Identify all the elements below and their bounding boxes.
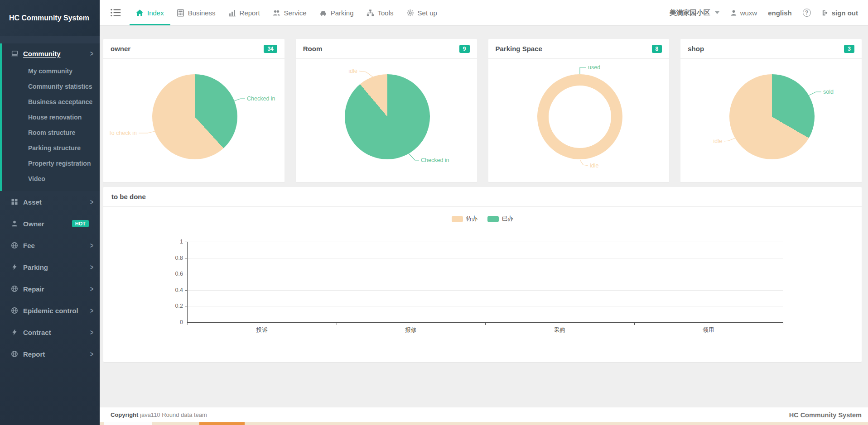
sidebar-subitem-room-structure[interactable]: Room structure (2, 125, 100, 140)
pie-shop[interactable] (729, 74, 815, 159)
community-selector[interactable]: 美满家园小区 (670, 9, 719, 17)
legend-item-done[interactable]: 已办 (487, 215, 513, 223)
chevron-right-icon: > (90, 349, 93, 358)
count-badge: 8 (652, 45, 662, 53)
user-icon (11, 220, 18, 227)
sidebar-item-label: Repair (23, 285, 44, 293)
tab-business[interactable]: Business (170, 0, 222, 25)
sign-out-icon (822, 10, 829, 16)
x-axis-category: 领用 (634, 326, 783, 334)
tab-label: Index (147, 9, 164, 17)
sidebar-item-contract[interactable]: Contract > (0, 321, 100, 343)
sidebar-item-parking[interactable]: Parking > (0, 256, 100, 278)
username: wuxw (740, 9, 757, 17)
users-icon (273, 9, 280, 17)
card-title: owner (111, 45, 130, 53)
sidebar-subitem-house-renovation[interactable]: House renovation (2, 110, 100, 125)
owner-pie-chart: Checked in To check in (103, 59, 285, 182)
sidebar-item-asset[interactable]: Asset > (0, 191, 100, 213)
sidebar-item-label: Community (23, 50, 61, 57)
x-axis-category: 报修 (337, 326, 486, 334)
tab-set-up[interactable]: Set up (400, 0, 444, 25)
sidebar-item-label: Epidemic control (23, 307, 78, 315)
sidebar-item-owner[interactable]: Owner HOT (0, 213, 100, 234)
user-icon (730, 10, 737, 16)
todo-panel-header: to be done (103, 187, 862, 207)
x-axis-category: 投诉 (188, 326, 337, 334)
sidebar-item-community[interactable]: Community > (2, 43, 100, 63)
sidebar-subitem-my-community[interactable]: My community (2, 63, 100, 79)
card-parking-space: Parking Space 8 used idle (488, 39, 670, 182)
chart-legend: 待办 已办 (452, 215, 513, 223)
pie-label-idle: idle (590, 162, 599, 169)
chevron-right-icon: > (90, 49, 93, 58)
user-menu[interactable]: wuxw (730, 9, 757, 17)
tab-tools[interactable]: Tools (360, 0, 400, 25)
bolt-icon (11, 263, 18, 271)
tab-label: Parking (331, 9, 354, 17)
chevron-right-icon: > (90, 284, 93, 293)
legend-swatch-done (487, 216, 499, 222)
y-axis-tick-label: 1 (180, 239, 183, 245)
pie-room[interactable] (345, 74, 430, 159)
y-axis-tick-label: 0.2 (175, 303, 183, 309)
community-submenu: My community Community statistics Busine… (2, 63, 100, 186)
donut-parking[interactable] (537, 74, 622, 159)
globe-icon (11, 307, 18, 314)
sidebar-subitem-parking-structure[interactable]: Parking structure (2, 140, 100, 156)
sidebar-subitem-community-statistics[interactable]: Community statistics (2, 79, 100, 94)
card-shop: shop 3 sold idle (680, 39, 862, 182)
caret-down-icon (715, 11, 719, 14)
globe-icon (11, 350, 18, 358)
tab-label: Set up (418, 9, 437, 17)
card-owner: owner 34 Checked in To check in (103, 39, 285, 182)
pie-label-sold: sold (823, 89, 834, 95)
y-axis-tick-label: 0 (180, 319, 183, 325)
chevron-right-icon: > (90, 328, 93, 337)
tab-label: Tools (378, 9, 394, 17)
tab-report[interactable]: Report (222, 0, 266, 25)
card-owner-header: owner 34 (103, 39, 285, 59)
pie-label-idle: idle (348, 68, 357, 74)
chevron-right-icon: > (90, 241, 93, 250)
x-axis-category: 采购 (485, 326, 634, 334)
legend-item-pending[interactable]: 待办 (452, 215, 477, 223)
menu-toggle-icon[interactable] (111, 8, 121, 17)
sidebar-subitem-video[interactable]: Video (2, 171, 100, 186)
sidebar-item-label: Fee (23, 242, 35, 249)
language-switcher[interactable]: english (768, 9, 792, 17)
sign-out-button[interactable]: sign out (822, 9, 858, 17)
room-pie-chart: idle Checked in (296, 59, 477, 182)
pie-label-checked-in: Checked in (421, 157, 449, 163)
sidebar-item-label: Report (23, 350, 45, 358)
sidebar-subitem-property-registration[interactable]: Property registration (2, 156, 100, 171)
card-title: shop (688, 45, 704, 53)
sign-out-label: sign out (832, 9, 858, 17)
pie-owner[interactable] (152, 74, 237, 159)
app: HC Community System Community > My commu… (0, 0, 868, 425)
card-room: Room 9 idle Checked in (296, 39, 477, 182)
tab-label: Business (188, 9, 216, 17)
card-title: Room (303, 45, 323, 53)
sidebar-item-fee[interactable]: Fee > (0, 234, 100, 256)
globe-icon (11, 285, 18, 292)
copyright-label: Copyright (111, 411, 138, 418)
scrollbar-thumb[interactable] (199, 422, 245, 425)
sidebar-subitem-business-acceptance[interactable]: Business acceptance (2, 94, 100, 110)
tab-label: Report (240, 9, 260, 17)
tab-service[interactable]: Service (266, 0, 313, 25)
bottom-scrollbar[interactable] (100, 422, 868, 425)
tab-parking[interactable]: Parking (313, 0, 360, 25)
card-title: Parking Space (496, 45, 542, 53)
home-icon (136, 9, 144, 17)
help-icon[interactable]: ? (803, 9, 811, 17)
dashboard-content: owner 34 Checked in To check in (100, 26, 868, 407)
sidebar-item-report[interactable]: Report > (0, 343, 100, 365)
tab-index[interactable]: Index (130, 0, 170, 25)
sidebar-item-epidemic-control[interactable]: Epidemic control > (0, 300, 100, 321)
community-selector-label: 美满家园小区 (670, 9, 710, 17)
y-axis-tick-label: 0.6 (175, 271, 183, 277)
scrollbar-segment (104, 422, 152, 425)
sidebar-item-repair[interactable]: Repair > (0, 278, 100, 300)
bar-chart-plot-area: 1 0.8 0.6 0.4 0.2 0 投诉 报修 (187, 242, 783, 323)
